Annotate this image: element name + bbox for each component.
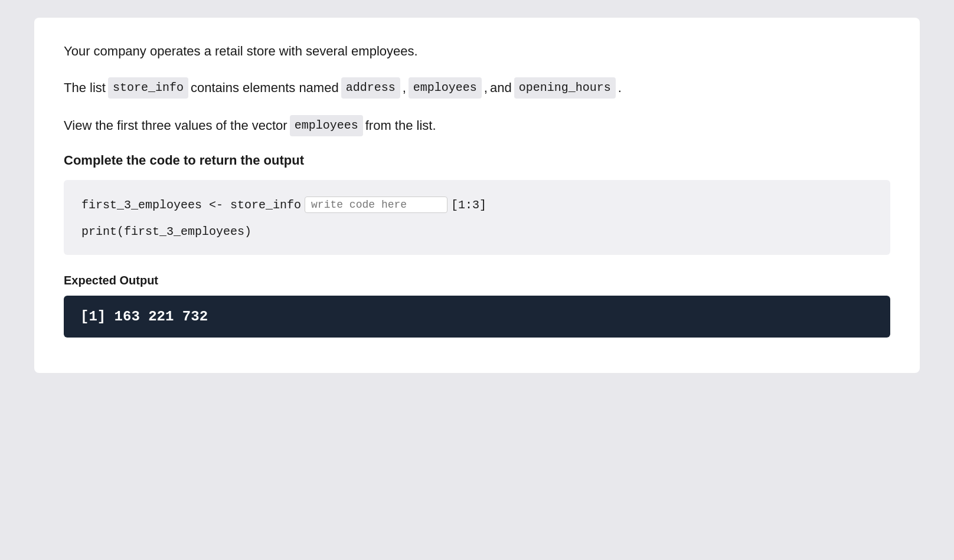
intro-text: Your company operates a retail store wit…	[64, 41, 890, 61]
code-block: first_3_employees <- store_info [1:3] pr…	[64, 180, 890, 255]
complete-line: Complete the code to return the output	[64, 153, 890, 168]
address-code: address	[341, 77, 400, 99]
list-prefix: The list	[64, 77, 106, 98]
code-line1-suffix: [1:3]	[451, 198, 486, 212]
view-prefix: View the first three values of the vecto…	[64, 115, 287, 136]
view-line: View the first three values of the vecto…	[64, 115, 890, 136]
list-line: The list store_info contains elements na…	[64, 77, 890, 99]
employees-code-view: employees	[290, 115, 363, 136]
and-text: and	[490, 77, 512, 98]
code-input[interactable]	[305, 197, 447, 213]
output-block: [1] 163 221 732	[64, 296, 890, 338]
main-card: Your company operates a retail store wit…	[34, 18, 920, 373]
code-line2-text: print(first_3_employees)	[81, 225, 251, 238]
code-line-1: first_3_employees <- store_info [1:3]	[81, 197, 873, 213]
code-line1-prefix: first_3_employees <- store_info	[81, 198, 301, 212]
expected-output-label: Expected Output	[64, 274, 890, 287]
employees-code-list: employees	[409, 77, 482, 99]
list-middle: contains elements named	[191, 77, 339, 98]
store-info-code: store_info	[108, 77, 188, 99]
period: .	[618, 77, 622, 98]
comma2: ,	[484, 77, 488, 98]
opening-hours-code: opening_hours	[514, 77, 616, 99]
code-line-2: print(first_3_employees)	[81, 225, 873, 238]
view-suffix: from the list.	[365, 115, 436, 136]
output-value: [1] 163 221 732	[80, 309, 208, 325]
comma1: ,	[403, 77, 406, 98]
